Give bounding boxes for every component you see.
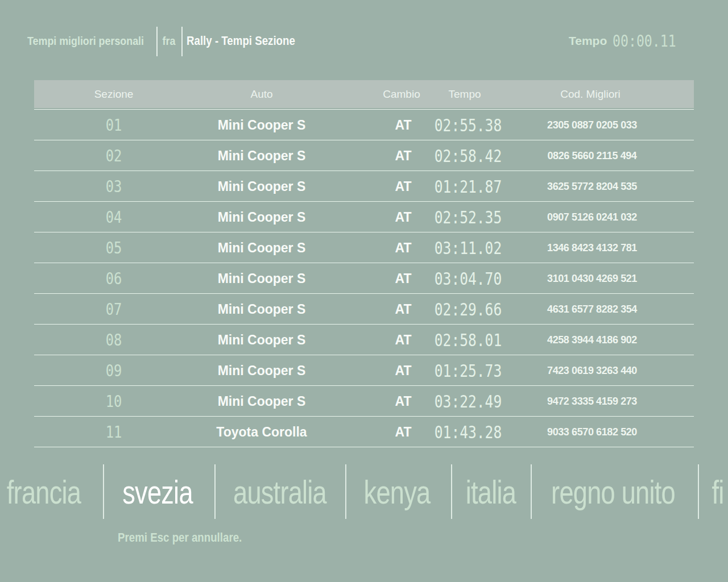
time-value: 01:25.73 [435,360,502,380]
car-name: Mini Cooper S [218,301,306,317]
table-row: 06 Mini Cooper S AT 03:04.70 3101 0430 4… [34,263,694,294]
car-name: Mini Cooper S [218,271,306,286]
section-number: 07 [106,300,122,318]
screen-title: Rally - Tempi Sezione [187,34,295,48]
col-header-car: Auto [250,88,272,101]
best-code: 4258 3944 4186 902 [547,334,637,346]
nav-separator [531,464,532,519]
nav-item-regno-unito[interactable]: regno unito [551,473,675,511]
best-code: 1346 8423 4132 781 [547,242,637,253]
best-code: 3625 5772 8204 535 [547,180,637,192]
page-title: Tempi migliori personali [27,34,144,48]
best-code: 9033 6570 6182 520 [547,426,637,438]
section-number: 08 [106,330,122,349]
nav-item-australia[interactable]: australia [233,473,326,511]
time-value: 02:52.35 [435,207,502,227]
table-header: Sezione Auto Cambio Tempo Cod. Migliori [34,80,694,108]
gearbox-value: AT [395,178,412,194]
header-separator [156,27,158,56]
time-value: 01:43.28 [435,422,502,442]
col-header-gearbox: Cambio [383,88,420,101]
mode-label: fra [163,34,176,48]
section-number: 09 [106,361,122,380]
car-name: Mini Cooper S [218,393,306,409]
nav-separator [345,464,346,519]
time-value: 03:04.70 [435,268,502,288]
table-row: 04 Mini Cooper S AT 02:52.35 0907 5126 0… [34,202,694,232]
time-value: 02:55.38 [435,115,502,135]
gearbox-value: AT [395,363,412,378]
time-value: 02:29.66 [435,299,502,319]
car-name: Mini Cooper S [218,178,306,194]
nav-separator [214,464,216,519]
table-row: 08 Mini Cooper S AT 02:58.01 4258 3944 4… [34,325,694,355]
top-header: Tempi migliori personali fra Rally - Tem… [0,0,728,68]
gearbox-value: AT [395,424,412,439]
table-row: 09 Mini Cooper S AT 01:25.73 7423 0619 3… [34,355,694,386]
best-code: 9472 3335 4159 273 [547,395,637,407]
car-name: Toyota Corolla [216,424,307,439]
best-code: 7423 0619 3263 440 [547,364,637,376]
car-name: Mini Cooper S [218,117,306,132]
table-row: 05 Mini Cooper S AT 03:11.02 1346 8423 4… [34,232,694,263]
car-name: Mini Cooper S [218,240,306,255]
country-nav: franciasveziaaustraliakenyaitaliaregno u… [0,463,728,520]
time-value: 02:58.42 [435,146,502,165]
section-number: 06 [106,269,122,288]
car-name: Mini Cooper S [218,332,306,347]
best-code: 2305 0887 0205 033 [547,119,637,131]
table-row: 02 Mini Cooper S AT 02:58.42 0826 5660 2… [34,140,694,171]
table-body: 01 Mini Cooper S AT 02:55.38 2305 0887 0… [34,109,694,447]
clock-label: Tempo [569,34,607,48]
section-number: 02 [106,146,122,165]
table-row: 11 Toyota Corolla AT 01:43.28 9033 6570 … [34,417,694,447]
time-value: 01:21.87 [435,176,502,196]
gearbox-value: AT [395,148,412,163]
section-number: 03 [106,177,122,196]
car-name: Mini Cooper S [218,363,306,378]
car-name: Mini Cooper S [218,209,306,225]
clock-value: 00:00.11 [613,31,676,51]
table-row: 10 Mini Cooper S AT 03:22.49 9472 3335 4… [34,386,694,417]
gearbox-value: AT [395,332,412,347]
rally-best-times-screen: { "colors": { "background": "#9CB1A8", "… [0,0,728,582]
nav-separator [451,464,452,519]
nav-separator [103,464,104,519]
col-header-code: Cod. Migliori [560,88,621,101]
car-name: Mini Cooper S [218,148,306,163]
gearbox-value: AT [395,271,412,286]
best-code: 0907 5126 0241 032 [547,211,637,223]
section-number: 10 [106,392,122,410]
gearbox-value: AT [395,117,412,132]
table-row: 01 Mini Cooper S AT 02:55.38 2305 0887 0… [34,110,694,140]
time-value: 03:22.49 [435,391,502,411]
nav-item-kenya[interactable]: kenya [364,473,431,511]
time-value: 02:58.01 [435,330,502,350]
time-value: 03:11.02 [435,238,502,257]
table-row: 03 Mini Cooper S AT 01:21.87 3625 5772 8… [34,171,694,202]
nav-item-svezia[interactable]: svezia [122,473,193,511]
gearbox-value: AT [395,393,412,409]
table-row: 07 Mini Cooper S AT 02:29.66 4631 6577 8… [34,294,694,325]
nav-separator [698,464,699,519]
section-number: 05 [106,238,122,257]
nav-item-francia[interactable]: francia [7,473,81,511]
section-number: 01 [106,115,122,134]
best-code: 3101 0430 4269 521 [547,272,637,284]
col-header-time: Tempo [448,88,481,101]
esc-hint: Premi Esc per annullare. [118,530,242,545]
nav-item-italia[interactable]: italia [466,473,516,511]
nav-item-fi[interactable]: fi [712,473,723,511]
section-number: 04 [106,207,122,226]
col-header-section: Sezione [94,88,134,101]
best-code: 4631 6577 8282 354 [547,303,637,315]
header-separator [181,27,183,56]
gearbox-value: AT [395,240,412,255]
section-number: 11 [106,422,122,441]
gearbox-value: AT [395,209,412,225]
gearbox-value: AT [395,301,412,317]
best-code: 0826 5660 2115 494 [548,149,637,161]
